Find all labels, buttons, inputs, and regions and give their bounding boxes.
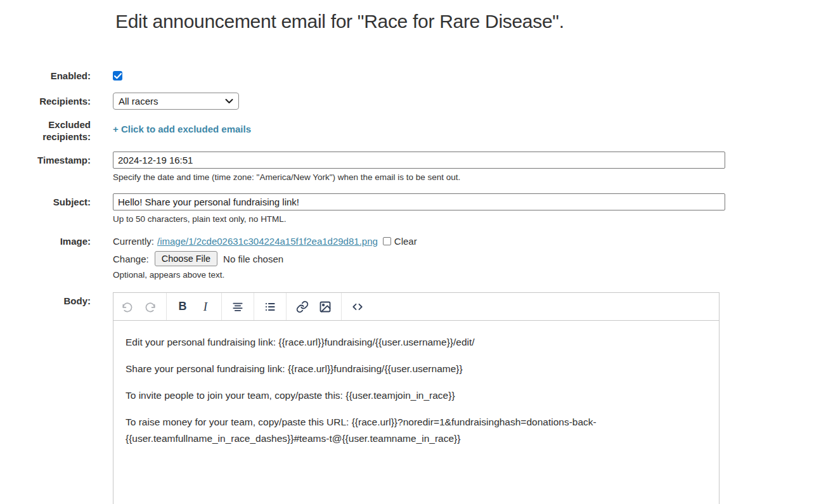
image-icon	[319, 300, 332, 313]
choose-file-button[interactable]: Choose File	[155, 251, 217, 266]
enabled-checkbox[interactable]	[113, 71, 122, 81]
recipients-selected-value: All racers	[119, 96, 225, 107]
body-editor-content[interactable]: Edit your personal fundraising link: {{r…	[113, 321, 719, 470]
subject-input[interactable]	[113, 193, 725, 210]
body-paragraph: Edit your personal fundraising link: {{r…	[126, 334, 707, 351]
bold-button[interactable]: B	[171, 297, 194, 317]
timestamp-row: Timestamp: Specify the date and time (ti…	[0, 152, 826, 183]
code-view-icon	[351, 300, 364, 313]
toolbar-separator	[221, 293, 222, 320]
toolbar-separator	[166, 293, 167, 320]
toolbar-separator	[286, 293, 287, 320]
body-paragraph: To invite people to join your team, copy…	[126, 387, 707, 404]
italic-button[interactable]: I	[194, 297, 217, 317]
body-label: Body:	[0, 292, 91, 307]
timestamp-input[interactable]	[113, 152, 725, 169]
image-currently-label: Currently:	[113, 235, 154, 247]
subject-help-text: Up to 50 characters, plain text only, no…	[113, 214, 826, 224]
link-icon	[296, 300, 309, 313]
recipients-row: Recipients: All racers	[0, 93, 826, 110]
edit-announcement-email-page: Edit announcement email for "Race for Ra…	[0, 0, 826, 504]
body-paragraph: To raise money for your team, copy/paste…	[126, 414, 707, 447]
excluded-recipients-row: Excluded recipients: + Click to add excl…	[0, 119, 826, 143]
redo-icon	[144, 300, 157, 313]
image-clear-label: Clear	[394, 235, 417, 247]
body-rich-text-editor: B I	[113, 292, 720, 504]
image-help-text: Optional, appears above text.	[113, 270, 826, 280]
timestamp-help-text: Specify the date and time (time zone: "A…	[113, 172, 826, 183]
undo-button[interactable]	[116, 297, 139, 317]
bullet-list-icon	[264, 300, 276, 313]
page-title: Edit announcement email for "Race for Ra…	[115, 10, 826, 33]
toolbar-separator	[341, 293, 342, 320]
toolbar-separator	[254, 293, 254, 320]
image-row: Image: Currently: /image/1/2cde02631c304…	[0, 235, 826, 280]
image-clear-checkbox[interactable]	[383, 237, 391, 245]
insert-link-button[interactable]	[291, 297, 314, 317]
chevron-down-icon	[225, 98, 233, 104]
image-change-label: Change:	[113, 254, 149, 264]
align-center-icon	[231, 300, 244, 313]
insert-image-button[interactable]	[314, 297, 337, 317]
image-label: Image:	[0, 235, 91, 247]
announcement-email-form: Enabled: Recipients: All racers	[0, 70, 826, 504]
timestamp-label: Timestamp:	[0, 152, 91, 166]
align-center-button[interactable]	[226, 297, 249, 317]
code-view-button[interactable]	[346, 297, 369, 317]
excluded-recipients-label: Excluded recipients:	[0, 119, 91, 143]
recipients-select[interactable]: All racers	[113, 93, 239, 110]
body-paragraph: Share your personal fundraising link: {{…	[126, 361, 707, 377]
enabled-row: Enabled:	[0, 70, 826, 83]
bullet-list-button[interactable]	[259, 297, 281, 317]
no-file-chosen-text: No file chosen	[223, 254, 283, 264]
subject-row: Subject: Up to 50 characters, plain text…	[0, 193, 826, 224]
subject-label: Subject:	[0, 193, 91, 208]
undo-icon	[121, 300, 134, 313]
add-excluded-emails-link[interactable]: + Click to add excluded emails	[113, 119, 251, 135]
recipients-label: Recipients:	[0, 93, 91, 107]
check-icon	[114, 73, 122, 79]
editor-toolbar: B I	[113, 293, 719, 321]
redo-button[interactable]	[139, 297, 162, 317]
enabled-label: Enabled:	[0, 70, 91, 82]
current-image-link[interactable]: /image/1/2cde02631c304224a15f1f2ea1d29d8…	[157, 235, 378, 247]
body-row: Body:	[0, 292, 826, 504]
